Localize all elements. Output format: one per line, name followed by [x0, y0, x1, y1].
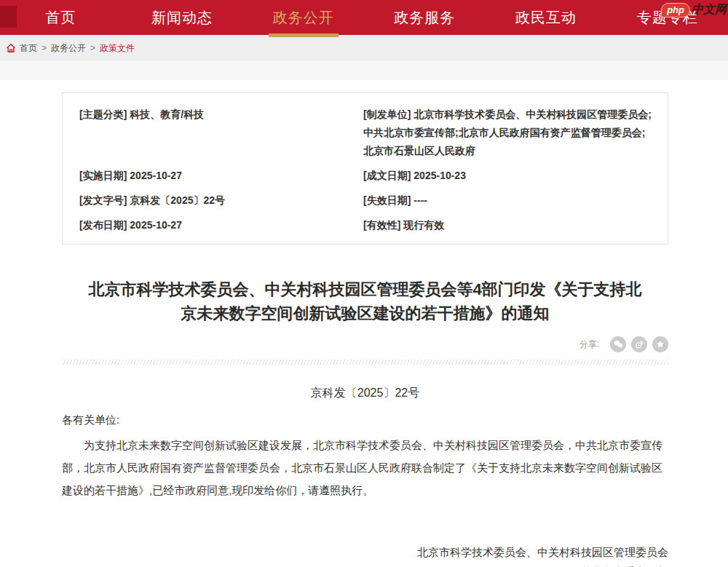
nav-item-gov-services[interactable]: 政务服务: [364, 0, 486, 35]
meta-subject-category: [主题分类]科技、教育/科技: [79, 106, 363, 160]
salutation: 各有关单位:: [62, 413, 668, 427]
star-icon[interactable]: [652, 336, 668, 352]
breadcrumb-separator: >: [41, 43, 47, 53]
share-row: 分享:: [62, 336, 668, 353]
home-icon[interactable]: [6, 43, 16, 53]
php-logo-text: 中文网: [692, 2, 727, 17]
breadcrumb-current-policy-files: 政策文件: [100, 42, 135, 55]
breadcrumb: 首页 > 政务公开 > 政策文件: [0, 35, 728, 61]
share-label: 分享:: [579, 338, 599, 351]
meta-publish-date: [发布日期]2025-10-27: [79, 216, 363, 234]
hatched-divider: [62, 360, 668, 365]
php-logo-bubble: php: [661, 3, 690, 17]
breadcrumb-gov-affairs[interactable]: 政务公开: [51, 42, 86, 55]
main-content: [主题分类]科技、教育/科技 [制发单位]北京市科学技术委员会、中关村科技园区管…: [0, 92, 728, 567]
breadcrumb-home[interactable]: 首页: [20, 42, 37, 55]
meta-document-number: [发文字号]京科发〔2025〕22号: [79, 191, 363, 210]
meta-written-date: [成文日期]2025-10-23: [363, 167, 653, 185]
document-meta-box: [主题分类]科技、教育/科技 [制发单位]北京市科学技术委员会、中关村科技园区管…: [62, 92, 668, 245]
page-title: 北京市科学技术委员会、中关村科技园区管理委员会等4部门印发《关于支持北京未来数字…: [85, 277, 646, 325]
meta-implementation-date: [实施日期]2025-10-27: [79, 167, 363, 185]
weibo-icon[interactable]: [631, 336, 647, 352]
nav-item-public-interaction[interactable]: 政民互动: [486, 0, 607, 35]
top-nav: 首页 新闻动态 政务公开 政务服务 政民互动 专题专栏 php 中文网: [0, 0, 728, 35]
signature-line: 北京市科学技术委员会、中关村科技园区管理委员会: [62, 542, 668, 562]
meta-expiry-date: [失效日期]----: [363, 191, 653, 210]
nav-item-gov-affairs-open[interactable]: 政务公开: [242, 0, 364, 35]
meta-issuing-unit: [制发单位]北京市科学技术委员会、中关村科技园区管理委员会;中共北京市委宣传部;…: [363, 106, 653, 160]
meta-validity: [有效性]现行有效: [363, 216, 653, 234]
document-number-line: 京科发〔2025〕22号: [62, 386, 668, 401]
signature-block: 北京市科学技术委员会、中关村科技园区管理委员会 中共北京市委宣传部 北京市人民政…: [62, 542, 668, 567]
document-body-paragraph: 为支持北京未来数字空间创新试验区建设发展，北京市科学技术委员会、中关村科技园区管…: [62, 434, 668, 501]
sub-strip: [0, 61, 728, 80]
nav-item-news[interactable]: 新闻动态: [122, 0, 243, 35]
php-cn-logo: php 中文网: [661, 2, 727, 17]
nav-item-home[interactable]: 首页: [0, 0, 122, 35]
breadcrumb-separator: >: [90, 43, 95, 53]
wechat-icon[interactable]: [610, 336, 626, 352]
signature-line: 中共北京市委宣传部: [62, 562, 668, 567]
